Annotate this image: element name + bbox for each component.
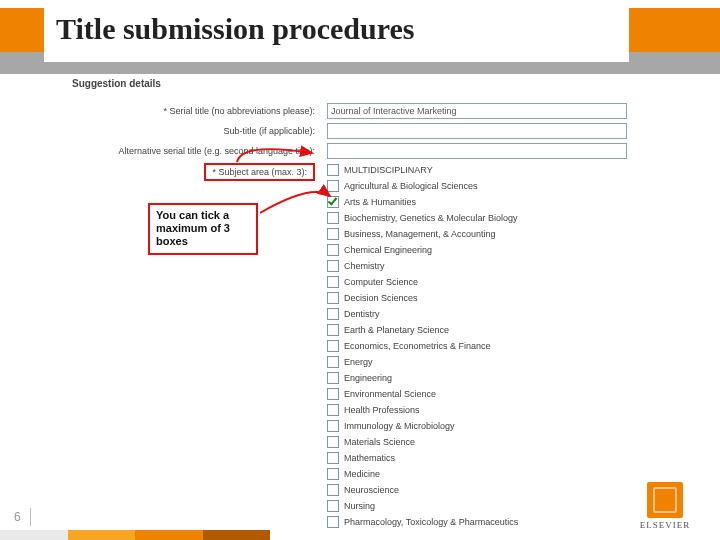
subject-item[interactable]: Chemical Engineering (327, 243, 627, 257)
subject-item[interactable]: Immunology & Microbiology (327, 419, 627, 433)
subject-item-label: Arts & Humanities (344, 195, 416, 209)
checkbox-icon[interactable] (327, 372, 339, 384)
subject-item-label: Computer Science (344, 275, 418, 289)
page-title: Title submission procedures (44, 4, 629, 62)
checkbox-icon[interactable] (327, 484, 339, 496)
subject-item-label: Dentistry (344, 307, 380, 321)
checkbox-icon[interactable] (327, 228, 339, 240)
subject-item-label: Energy (344, 355, 373, 369)
checkbox-icon[interactable] (327, 180, 339, 192)
subject-item[interactable]: Earth & Planetary Science (327, 323, 627, 337)
subject-item[interactable]: Biochemistry, Genetics & Molecular Biolo… (327, 211, 627, 225)
subject-item-label: Business, Management, & Accounting (344, 227, 496, 241)
checkbox-icon[interactable] (327, 404, 339, 416)
checkbox-icon[interactable] (327, 356, 339, 368)
checkbox-icon[interactable] (327, 468, 339, 480)
subject-item-label: Economics, Econometrics & Finance (344, 339, 491, 353)
subject-item[interactable]: Computer Science (327, 275, 627, 289)
subject-item-label: Decision Sciences (344, 291, 418, 305)
checkbox-icon[interactable] (327, 196, 339, 208)
subject-item-label: Earth & Planetary Science (344, 323, 449, 337)
subject-item-label: Biochemistry, Genetics & Molecular Biolo… (344, 211, 517, 225)
row-alt-title: Alternative serial title (e.g. second la… (72, 143, 627, 159)
publisher-logo: ELSEVIER (630, 482, 700, 530)
subject-item[interactable]: Energy (327, 355, 627, 369)
subject-item-label: Nursing (344, 499, 375, 513)
subject-item[interactable]: Pharmacology, Toxicology & Pharmaceutics (327, 515, 627, 529)
subject-item-label: Neuroscience (344, 483, 399, 497)
subject-item[interactable]: Chemistry (327, 259, 627, 273)
subject-item[interactable]: Mathematics (327, 451, 627, 465)
checkbox-icon[interactable] (327, 164, 339, 176)
subject-item[interactable]: Dentistry (327, 307, 627, 321)
subject-item-label: Immunology & Microbiology (344, 419, 455, 433)
subject-item-label: Engineering (344, 371, 392, 385)
subject-item[interactable]: Decision Sciences (327, 291, 627, 305)
alt-title-label: Alternative serial title (e.g. second la… (72, 146, 327, 156)
subject-item-label: Agricultural & Biological Sciences (344, 179, 478, 193)
checkbox-icon[interactable] (327, 212, 339, 224)
subject-area-label: * Subject area (max. 3): (204, 163, 315, 181)
checkbox-icon[interactable] (327, 324, 339, 336)
subject-item-label: Pharmacology, Toxicology & Pharmaceutics (344, 515, 518, 529)
checkbox-icon[interactable] (327, 276, 339, 288)
subject-area-list: MULTIDISCIPLINARYAgricultural & Biologic… (327, 163, 627, 529)
subject-item[interactable]: Agricultural & Biological Sciences (327, 179, 627, 193)
subject-item[interactable]: Materials Science (327, 435, 627, 449)
subject-item[interactable]: Nursing (327, 499, 627, 513)
subject-item-label: Health Professions (344, 403, 420, 417)
subject-item[interactable]: Engineering (327, 371, 627, 385)
subject-item[interactable]: Economics, Econometrics & Finance (327, 339, 627, 353)
subject-item[interactable]: Environmental Science (327, 387, 627, 401)
subject-item-label: Materials Science (344, 435, 415, 449)
checkbox-icon[interactable] (327, 420, 339, 432)
subject-item-label: Medicine (344, 467, 380, 481)
subject-item-label: Mathematics (344, 451, 395, 465)
checkbox-icon[interactable] (327, 260, 339, 272)
checkbox-icon[interactable] (327, 436, 339, 448)
checkbox-icon[interactable] (327, 308, 339, 320)
alt-title-input[interactable] (327, 143, 627, 159)
checkbox-icon[interactable] (327, 292, 339, 304)
subject-item-label: Chemical Engineering (344, 243, 432, 257)
row-serial-title: * Serial title (no abbreviations please)… (72, 103, 627, 119)
subject-item-label: MULTIDISCIPLINARY (344, 163, 433, 177)
checkbox-icon[interactable] (327, 388, 339, 400)
subject-item[interactable]: Neuroscience (327, 483, 627, 497)
checkbox-icon[interactable] (327, 340, 339, 352)
row-sub-title: Sub-title (if applicable): (72, 123, 627, 139)
checkbox-icon[interactable] (327, 452, 339, 464)
subject-item[interactable]: Health Professions (327, 403, 627, 417)
subject-area-label-wrap: * Subject area (max. 3): (72, 163, 327, 181)
annotation-callout: You can tick a maximum of 3 boxes (148, 203, 258, 255)
subject-item[interactable]: Medicine (327, 467, 627, 481)
sub-title-input[interactable] (327, 123, 627, 139)
slide-number: 6 (14, 510, 21, 524)
checkbox-icon[interactable] (327, 244, 339, 256)
subject-item[interactable]: MULTIDISCIPLINARY (327, 163, 627, 177)
subject-item-label: Chemistry (344, 259, 385, 273)
checkbox-icon[interactable] (327, 500, 339, 512)
serial-title-label: * Serial title (no abbreviations please)… (72, 106, 327, 116)
tree-icon (647, 482, 683, 518)
subject-item[interactable]: Arts & Humanities (327, 195, 627, 209)
serial-title-input[interactable] (327, 103, 627, 119)
form-panel: Suggestion details * Serial title (no ab… (72, 78, 627, 490)
logo-text: ELSEVIER (630, 520, 700, 530)
footer-stripe (0, 530, 270, 540)
section-title: Suggestion details (72, 78, 627, 89)
subject-item[interactable]: Business, Management, & Accounting (327, 227, 627, 241)
sub-title-label: Sub-title (if applicable): (72, 126, 327, 136)
checkbox-icon[interactable] (327, 516, 339, 528)
subject-item-label: Environmental Science (344, 387, 436, 401)
